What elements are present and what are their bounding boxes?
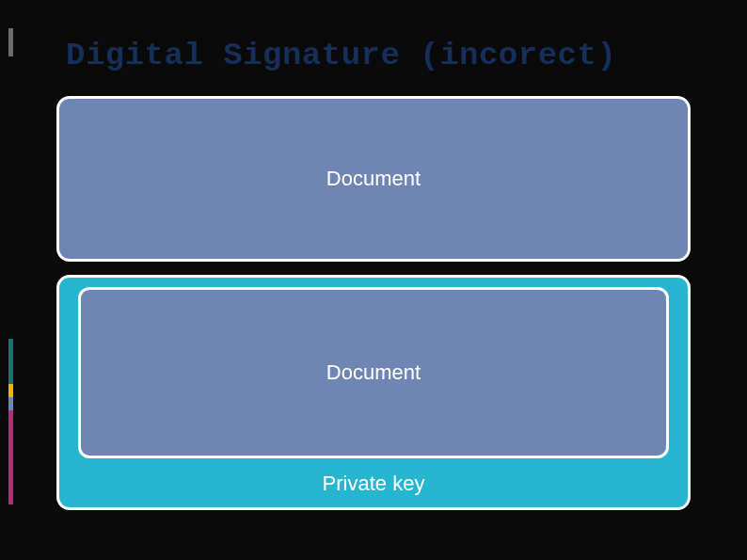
slide-title: Digital Signature (incorect)	[66, 38, 691, 73]
document-label: Document	[326, 360, 421, 385]
private-key-box: Document Private key	[56, 275, 691, 510]
slide: Digital Signature (incorect) Document Do…	[0, 0, 747, 560]
document-label: Document	[326, 167, 421, 191]
document-box-inner: Document	[78, 287, 669, 458]
document-box-top: Document	[56, 96, 691, 262]
private-key-label: Private key	[78, 468, 669, 496]
